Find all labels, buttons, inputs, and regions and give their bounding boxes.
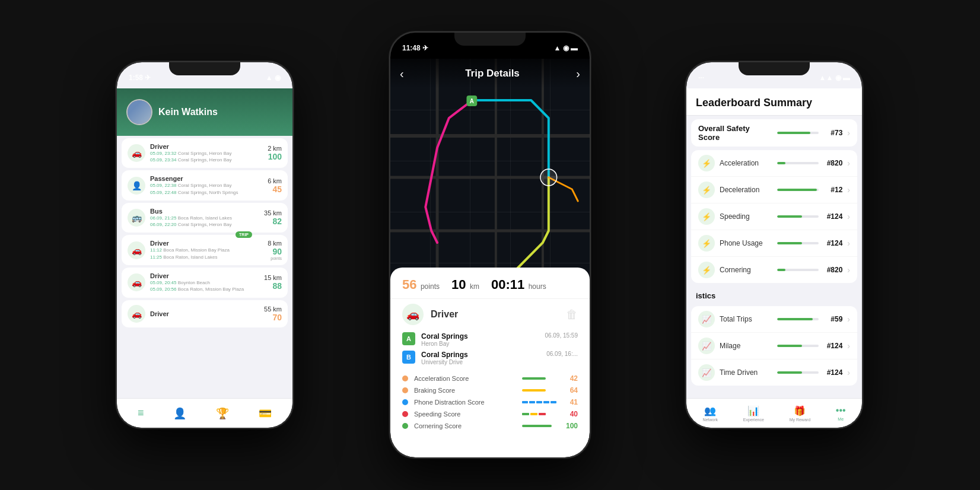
lb-bar (777, 269, 819, 271)
trip-score: 45 (268, 184, 282, 194)
bottom-nav-right[interactable]: 👥 Network 📊 Experience 🎁 My Reward ••• M… (686, 398, 862, 428)
trip-info: Driver (150, 310, 259, 317)
next-arrow[interactable]: › (576, 67, 580, 81)
trip-item[interactable]: 🚗 Driver 55 km 70 (122, 300, 288, 327)
nav-trips[interactable]: ≡ (138, 407, 144, 419)
score-dot (402, 423, 408, 429)
avatar-image (128, 100, 151, 124)
overall-label: Overall Safety Score (698, 124, 772, 142)
lb-stat-bar (777, 371, 819, 374)
lb-rank: #124 (823, 239, 842, 247)
lb-rank: #820 (823, 266, 842, 274)
trip-details: 11:12 Boca Raton, Mission Bay Plaza 11:2… (150, 247, 263, 260)
trip-score: 88 (264, 281, 282, 291)
trip-stats: 8 km 90 points (268, 240, 282, 260)
score-row: Phone Distraction Score 41 (402, 396, 578, 408)
bottom-nav-left[interactable]: ≡ 👤 🏆 💳 (117, 398, 292, 428)
trip-score: 82 (264, 217, 282, 226)
trip-type: Driver (150, 272, 259, 279)
trip-km-block: 10 km (451, 277, 479, 292)
trip-icon: 🚗 (128, 241, 145, 259)
nav-rewards[interactable]: 💳 (259, 407, 272, 420)
lb-category-row[interactable]: ⚡ Acceleration #820 › (691, 150, 857, 177)
back-button[interactable]: ‹ (400, 67, 404, 81)
trip-stats: 2 km 100 (268, 145, 282, 161)
trash-icon[interactable]: 🗑 (566, 308, 578, 322)
nav-my-reward[interactable]: 🎁 My Reward (790, 405, 810, 422)
nav-profile[interactable]: 👤 (173, 407, 186, 420)
score-row: Cornering Score 100 (402, 420, 578, 432)
lb-stat-name: Time Driven (720, 368, 772, 377)
trip-item[interactable]: 🚌 Bus 06.09, 21:25 Boca Raton, Island La… (122, 203, 288, 233)
score-row: Braking Score 64 (402, 384, 578, 396)
lb-stat-row[interactable]: 📈 Total Trips #59 › (691, 306, 857, 333)
trip-info: Bus 06.09, 21:25 Boca Raton, Island Lake… (150, 208, 259, 228)
lb-chevron-icon: › (847, 265, 850, 275)
score-value: 40 (564, 410, 578, 418)
nav-network[interactable]: 👥 Network (702, 405, 718, 422)
trip-distance: 6 km (268, 177, 282, 184)
trip-details: 05.09, 23:32 Coral Springs, Heron Bay 05… (150, 150, 263, 163)
trip-info: Passenger 05.09, 22:38 Coral Springs, He… (150, 175, 263, 195)
lb-category-row[interactable]: ⚡ Cornering #820 › (691, 257, 857, 283)
waypoint-sub: University Drive (421, 359, 468, 365)
lb-bar-fill (777, 242, 802, 244)
lb-bar-fill (777, 215, 802, 218)
status-time-left: 1:58 ✈ (129, 74, 151, 82)
trip-time-label: hours (529, 282, 546, 291)
right-phone: ··· ▲▲ ◉ ▬ Leaderboard Summary Overall S… (685, 61, 863, 429)
lb-category-row[interactable]: ⚡ Speeding #124 › (691, 203, 857, 230)
lb-stat-bar-fill (777, 318, 813, 320)
score-bar (522, 401, 558, 403)
right-content: Leaderboard Summary Overall Safety Score… (686, 88, 862, 428)
score-bar (522, 377, 558, 380)
svg-text:A: A (470, 98, 474, 104)
nav-me[interactable]: ••• Me (836, 405, 846, 421)
nav-leaderboard[interactable]: 🏆 (216, 407, 229, 420)
waypoint-label: B (402, 351, 415, 364)
center-phone: 11:48 ✈ ▲ ◉ ▬ (389, 31, 591, 459)
lb-stat-icon: 📈 (698, 311, 715, 327)
trip-item[interactable]: 👤 Passenger 05.09, 22:38 Coral Springs, … (122, 170, 288, 200)
lb-chevron-icon: › (847, 212, 850, 221)
score-row: Acceleration Score 42 (402, 373, 578, 384)
trip-info: Driver 11:12 Boca Raton, Mission Bay Pla… (150, 240, 263, 260)
trip-type: Passenger (150, 175, 263, 182)
lb-icon: ⚡ (698, 208, 715, 225)
lb-icon: ⚡ (698, 182, 715, 198)
trip-points-value: 56 (402, 277, 416, 292)
trip-item[interactable]: 🚗 Driver 05.09, 23:32 Coral Springs, Her… (122, 138, 288, 168)
trip-score: 70 (264, 313, 282, 322)
lb-rank: #124 (823, 212, 842, 221)
lb-bar (777, 189, 819, 191)
overall-safety-row[interactable]: Overall Safety Score #73 › (691, 119, 857, 147)
lb-category-name: Cornering (720, 266, 772, 274)
waypoint-row: B Coral Springs University Drive 06.09, … (402, 351, 578, 365)
nav-experience[interactable]: 📊 Experience (743, 405, 764, 422)
trip-item[interactable]: 🚗 Driver 11:12 Boca Raton, Mission Bay P… (122, 235, 288, 265)
lb-rank: #12 (823, 186, 842, 194)
lb-stat-chevron-icon: › (847, 368, 850, 377)
trip-badge: TRIP (236, 231, 252, 238)
waypoint-label: A (402, 332, 415, 345)
signal-icons-center: ▲ ◉ ▬ (553, 44, 578, 52)
trip-item[interactable]: 🚗 Driver 05.09, 20:45 Boynton Beach 05.0… (122, 268, 288, 297)
lb-stat-bar (777, 345, 819, 347)
mode-label: Driver (431, 309, 559, 320)
lb-stat-row[interactable]: 📈 Time Driven #124 › (691, 359, 857, 386)
avatar (126, 99, 152, 125)
lb-category-row[interactable]: ⚡ Deceleration #12 › (691, 177, 857, 203)
score-dot (402, 411, 408, 417)
map-header: ‹ Trip Details › (390, 59, 590, 88)
trip-distance: 35 km (264, 209, 282, 217)
signal-icons-right: ▲▲ ◉ ▬ (819, 74, 850, 82)
lb-stat-icon: 📈 (698, 364, 715, 381)
trip-distance: 15 km (264, 274, 282, 281)
score-dot (402, 387, 408, 393)
lb-stat-row[interactable]: 📈 Milage #124 › (691, 333, 857, 359)
leaderboard-stats: 📈 Total Trips #59 › 📈 Milage #124 › 📈 Ti… (691, 306, 857, 386)
left-phone: 1:58 ✈ ▲ ◉ Kein Watkins 🚗 Driver 05.09, … (116, 61, 294, 429)
lb-category-name: Phone Usage (720, 239, 772, 247)
lb-chevron-icon: › (847, 238, 850, 248)
lb-category-row[interactable]: ⚡ Phone Usage #124 › (691, 230, 857, 257)
